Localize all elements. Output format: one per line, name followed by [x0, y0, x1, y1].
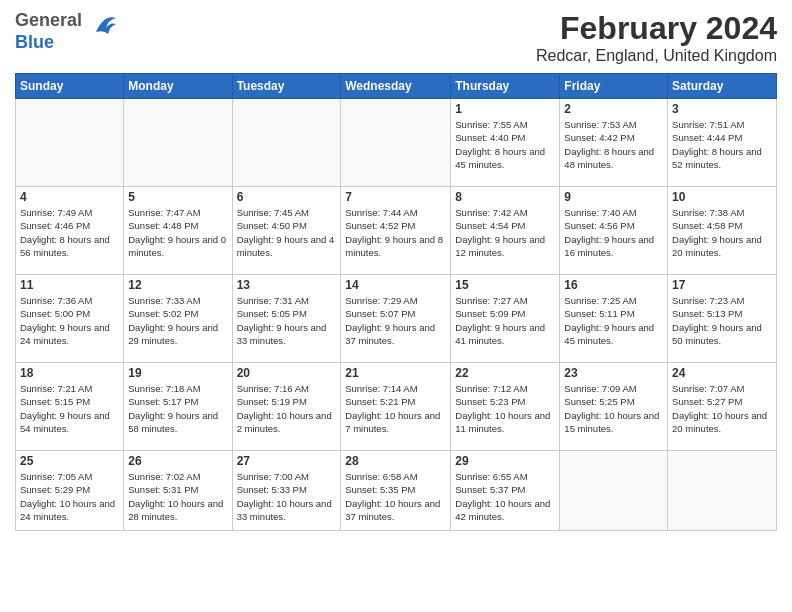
day-info: Sunrise: 7:47 AMSunset: 4:48 PMDaylight:…	[128, 206, 227, 259]
day-info: Sunrise: 6:55 AMSunset: 5:37 PMDaylight:…	[455, 470, 555, 523]
day-number: 14	[345, 278, 446, 292]
calendar-cell: 15 Sunrise: 7:27 AMSunset: 5:09 PMDaylig…	[451, 275, 560, 363]
calendar-cell	[560, 451, 668, 531]
day-info: Sunrise: 7:07 AMSunset: 5:27 PMDaylight:…	[672, 382, 772, 435]
calendar-cell: 9 Sunrise: 7:40 AMSunset: 4:56 PMDayligh…	[560, 187, 668, 275]
day-info: Sunrise: 7:55 AMSunset: 4:40 PMDaylight:…	[455, 118, 555, 171]
day-number: 20	[237, 366, 337, 380]
page-subtitle: Redcar, England, United Kingdom	[536, 47, 777, 65]
calendar-cell	[668, 451, 777, 531]
week-row-4: 18 Sunrise: 7:21 AMSunset: 5:15 PMDaylig…	[16, 363, 777, 451]
logo-icon	[88, 12, 120, 44]
calendar-cell: 4 Sunrise: 7:49 AMSunset: 4:46 PMDayligh…	[16, 187, 124, 275]
day-number: 28	[345, 454, 446, 468]
day-info: Sunrise: 7:14 AMSunset: 5:21 PMDaylight:…	[345, 382, 446, 435]
day-info: Sunrise: 7:49 AMSunset: 4:46 PMDaylight:…	[20, 206, 119, 259]
calendar-cell: 28 Sunrise: 6:58 AMSunset: 5:35 PMDaylig…	[341, 451, 451, 531]
day-info: Sunrise: 7:40 AMSunset: 4:56 PMDaylight:…	[564, 206, 663, 259]
day-info: Sunrise: 7:16 AMSunset: 5:19 PMDaylight:…	[237, 382, 337, 435]
header-day-wednesday: Wednesday	[341, 74, 451, 99]
day-number: 7	[345, 190, 446, 204]
page-title: February 2024	[536, 10, 777, 47]
day-number: 16	[564, 278, 663, 292]
calendar-header: SundayMondayTuesdayWednesdayThursdayFrid…	[16, 74, 777, 99]
day-number: 2	[564, 102, 663, 116]
day-number: 10	[672, 190, 772, 204]
calendar-cell: 10 Sunrise: 7:38 AMSunset: 4:58 PMDaylig…	[668, 187, 777, 275]
day-info: Sunrise: 7:00 AMSunset: 5:33 PMDaylight:…	[237, 470, 337, 523]
day-info: Sunrise: 7:21 AMSunset: 5:15 PMDaylight:…	[20, 382, 119, 435]
day-number: 29	[455, 454, 555, 468]
calendar-body: 1 Sunrise: 7:55 AMSunset: 4:40 PMDayligh…	[16, 99, 777, 531]
calendar-cell: 27 Sunrise: 7:00 AMSunset: 5:33 PMDaylig…	[232, 451, 341, 531]
day-info: Sunrise: 6:58 AMSunset: 5:35 PMDaylight:…	[345, 470, 446, 523]
week-row-5: 25 Sunrise: 7:05 AMSunset: 5:29 PMDaylig…	[16, 451, 777, 531]
day-info: Sunrise: 7:29 AMSunset: 5:07 PMDaylight:…	[345, 294, 446, 347]
day-number: 5	[128, 190, 227, 204]
day-info: Sunrise: 7:23 AMSunset: 5:13 PMDaylight:…	[672, 294, 772, 347]
calendar-cell: 14 Sunrise: 7:29 AMSunset: 5:07 PMDaylig…	[341, 275, 451, 363]
header-row: SundayMondayTuesdayWednesdayThursdayFrid…	[16, 74, 777, 99]
day-info: Sunrise: 7:44 AMSunset: 4:52 PMDaylight:…	[345, 206, 446, 259]
day-info: Sunrise: 7:53 AMSunset: 4:42 PMDaylight:…	[564, 118, 663, 171]
header-day-saturday: Saturday	[668, 74, 777, 99]
day-info: Sunrise: 7:31 AMSunset: 5:05 PMDaylight:…	[237, 294, 337, 347]
calendar-cell: 6 Sunrise: 7:45 AMSunset: 4:50 PMDayligh…	[232, 187, 341, 275]
day-number: 15	[455, 278, 555, 292]
header-day-friday: Friday	[560, 74, 668, 99]
week-row-2: 4 Sunrise: 7:49 AMSunset: 4:46 PMDayligh…	[16, 187, 777, 275]
day-number: 21	[345, 366, 446, 380]
calendar-cell: 25 Sunrise: 7:05 AMSunset: 5:29 PMDaylig…	[16, 451, 124, 531]
day-number: 6	[237, 190, 337, 204]
day-number: 1	[455, 102, 555, 116]
calendar-cell: 24 Sunrise: 7:07 AMSunset: 5:27 PMDaylig…	[668, 363, 777, 451]
day-number: 25	[20, 454, 119, 468]
calendar-cell: 12 Sunrise: 7:33 AMSunset: 5:02 PMDaylig…	[124, 275, 232, 363]
day-number: 18	[20, 366, 119, 380]
day-number: 19	[128, 366, 227, 380]
day-info: Sunrise: 7:09 AMSunset: 5:25 PMDaylight:…	[564, 382, 663, 435]
week-row-3: 11 Sunrise: 7:36 AMSunset: 5:00 PMDaylig…	[16, 275, 777, 363]
calendar-cell: 16 Sunrise: 7:25 AMSunset: 5:11 PMDaylig…	[560, 275, 668, 363]
day-info: Sunrise: 7:18 AMSunset: 5:17 PMDaylight:…	[128, 382, 227, 435]
calendar-cell: 29 Sunrise: 6:55 AMSunset: 5:37 PMDaylig…	[451, 451, 560, 531]
day-info: Sunrise: 7:27 AMSunset: 5:09 PMDaylight:…	[455, 294, 555, 347]
header-day-monday: Monday	[124, 74, 232, 99]
day-number: 23	[564, 366, 663, 380]
day-info: Sunrise: 7:42 AMSunset: 4:54 PMDaylight:…	[455, 206, 555, 259]
day-number: 8	[455, 190, 555, 204]
calendar-cell: 13 Sunrise: 7:31 AMSunset: 5:05 PMDaylig…	[232, 275, 341, 363]
header-day-thursday: Thursday	[451, 74, 560, 99]
day-number: 3	[672, 102, 772, 116]
calendar-cell	[341, 99, 451, 187]
calendar-cell	[16, 99, 124, 187]
day-number: 12	[128, 278, 227, 292]
calendar-cell: 21 Sunrise: 7:14 AMSunset: 5:21 PMDaylig…	[341, 363, 451, 451]
title-block: February 2024 Redcar, England, United Ki…	[536, 10, 777, 65]
calendar-cell: 7 Sunrise: 7:44 AMSunset: 4:52 PMDayligh…	[341, 187, 451, 275]
calendar-cell: 23 Sunrise: 7:09 AMSunset: 5:25 PMDaylig…	[560, 363, 668, 451]
calendar-cell: 1 Sunrise: 7:55 AMSunset: 4:40 PMDayligh…	[451, 99, 560, 187]
day-info: Sunrise: 7:45 AMSunset: 4:50 PMDaylight:…	[237, 206, 337, 259]
calendar-cell: 2 Sunrise: 7:53 AMSunset: 4:42 PMDayligh…	[560, 99, 668, 187]
header-day-tuesday: Tuesday	[232, 74, 341, 99]
calendar-cell: 3 Sunrise: 7:51 AMSunset: 4:44 PMDayligh…	[668, 99, 777, 187]
day-info: Sunrise: 7:33 AMSunset: 5:02 PMDaylight:…	[128, 294, 227, 347]
day-number: 11	[20, 278, 119, 292]
logo-text: General Blue	[15, 10, 82, 53]
calendar-cell: 5 Sunrise: 7:47 AMSunset: 4:48 PMDayligh…	[124, 187, 232, 275]
calendar-cell: 20 Sunrise: 7:16 AMSunset: 5:19 PMDaylig…	[232, 363, 341, 451]
logo: General Blue	[15, 10, 120, 53]
day-info: Sunrise: 7:51 AMSunset: 4:44 PMDaylight:…	[672, 118, 772, 171]
calendar-cell: 22 Sunrise: 7:12 AMSunset: 5:23 PMDaylig…	[451, 363, 560, 451]
day-info: Sunrise: 7:25 AMSunset: 5:11 PMDaylight:…	[564, 294, 663, 347]
day-number: 27	[237, 454, 337, 468]
calendar-cell: 26 Sunrise: 7:02 AMSunset: 5:31 PMDaylig…	[124, 451, 232, 531]
day-number: 22	[455, 366, 555, 380]
day-number: 4	[20, 190, 119, 204]
week-row-1: 1 Sunrise: 7:55 AMSunset: 4:40 PMDayligh…	[16, 99, 777, 187]
calendar-cell	[232, 99, 341, 187]
header-day-sunday: Sunday	[16, 74, 124, 99]
day-info: Sunrise: 7:02 AMSunset: 5:31 PMDaylight:…	[128, 470, 227, 523]
logo-general: General	[15, 10, 82, 30]
